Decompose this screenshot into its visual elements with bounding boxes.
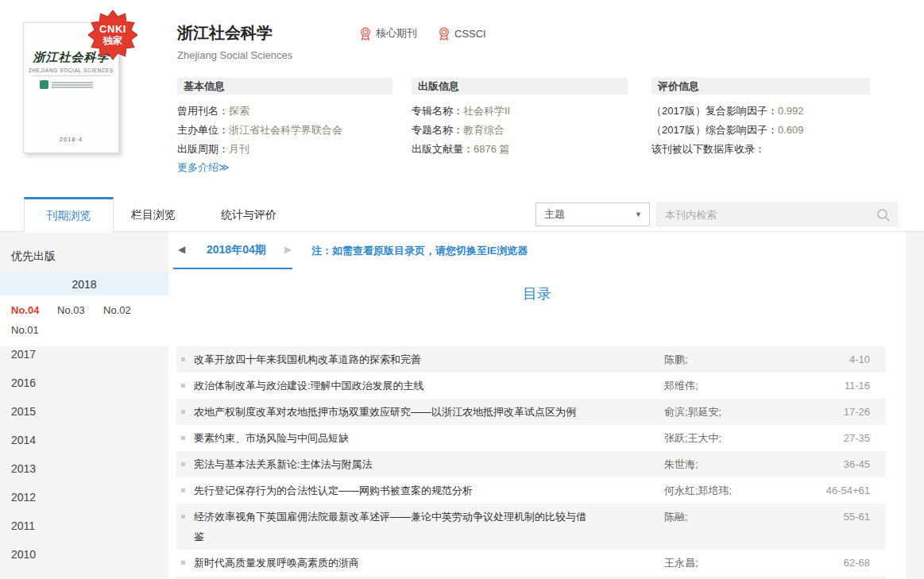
article-pages: 11-16 <box>803 376 870 396</box>
article-title-link[interactable]: 新时代高质量发展呼唤高素质的浙商 <box>194 553 591 573</box>
year-2011[interactable]: 2011 <box>0 511 168 540</box>
year-2009[interactable]: 2009 <box>0 569 168 579</box>
year-2010[interactable]: 2010 <box>0 540 168 569</box>
frequency-row: 出版周期：月刊 <box>177 140 392 159</box>
article-title-link[interactable]: 改革开放四十年来我国机构改革道路的探索和完善 <box>194 349 591 369</box>
article-title-link[interactable]: 经济效率视角下英国雇佣法院最新改革述评——兼论中英劳动争议处理机制的比较与借鉴 <box>194 507 591 546</box>
tab-issue-browse[interactable]: 刊期浏览 <box>24 197 114 233</box>
tab-column-browse[interactable]: 栏目浏览 <box>131 197 176 232</box>
article-pages: 46-54+61 <box>803 481 870 500</box>
journal-subtitle: Zhejiang Social Sciences <box>177 49 292 61</box>
article-authors[interactable]: 何永红;郑培玮; <box>664 481 803 500</box>
next-issue-arrow-icon[interactable]: ▶ <box>284 244 292 255</box>
core-journal-label: 核心期刊 <box>376 26 417 41</box>
priority-publish-link[interactable]: 优先出版 <box>11 249 56 264</box>
year-2017[interactable]: 2017 <box>0 340 168 369</box>
issue-toc-panel: ◀ 2018年04期 ▶ 注：如需查看原版目录页，请您切换至IE浏览器 目录 改… <box>168 232 906 579</box>
article-row: 要素约束、市场风险与中间品短缺 张跃;王大中; 27-35 <box>176 425 886 451</box>
article-row: 先行登记保存行为的合法性认定——网购书被查案的规范分析 何永红;郑培玮; 46-… <box>176 477 886 504</box>
article-title-link[interactable]: 农地产权制度改革对农地抵押市场双重效应研究——以浙江农地抵押改革试点区为例 <box>194 402 591 422</box>
year-2015[interactable]: 2015 <box>0 397 168 426</box>
cover-english-title: ZHEJIANG SOCIAL SCIENCES <box>24 68 118 73</box>
content-area: 优先出版 2018 No.04 No.03 No.02 No.01 2017 2… <box>0 232 924 579</box>
year-2012[interactable]: 2012 <box>0 483 168 511</box>
bullet-icon <box>181 462 185 466</box>
cnki-exclusive-badge: CNKI 独家 <box>88 10 137 60</box>
article-row: 新时代高质量发展呼唤高素质的浙商 王永昌; 62-68 <box>176 550 886 576</box>
toc-heading: 目录 <box>168 284 906 303</box>
year-2013[interactable]: 2013 <box>0 454 168 483</box>
search-icon[interactable] <box>876 208 891 222</box>
article-row-partial <box>176 576 886 579</box>
publisher-logo-icon <box>40 80 48 89</box>
current-year-issue-box: 2018 No.04 No.03 No.02 No.01 <box>0 273 168 346</box>
tab-statistics-evaluation[interactable]: 统计与评价 <box>221 197 276 232</box>
core-journal-badge: 核心期刊 <box>359 26 417 41</box>
cnki-journal-page: 浙江社会科学 ZHEJIANG SOCIAL SCIENCES 2018·4 C… <box>0 0 924 579</box>
cover-emblem <box>40 80 118 89</box>
article-row: 农地产权制度改革对农地抵押市场双重效应研究——以浙江农地抵押改革试点区为例 俞滨… <box>176 399 886 425</box>
journal-honor-badges: 核心期刊 CSSCI <box>359 26 507 41</box>
basic-info-heading: 基本信息 <box>177 78 392 95</box>
article-title-link[interactable]: 政治体制改革与政治建设:理解中国政治发展的主线 <box>194 376 591 396</box>
issue-no02[interactable]: No.02 <box>103 300 149 320</box>
basic-info-column: 基本信息 曾用刊名：探索 主办单位：浙江省社会科学界联合会 出版周期：月刊 更多… <box>177 78 392 175</box>
cover-issue-number: 2018·4 <box>24 136 118 143</box>
article-list: 改革开放四十年来我国机构改革道路的探索和完善 陈鹏; 4-10 政治体制改革与政… <box>176 346 886 579</box>
article-title-link[interactable]: 宪法与基本法关系新论:主体法与附属法 <box>194 454 591 474</box>
topic-row: 专题名称：教育综合 <box>412 121 628 140</box>
article-authors[interactable]: 王永昌; <box>664 553 803 573</box>
year-2014[interactable]: 2014 <box>0 426 168 454</box>
evaluation-info-heading: 评价信息 <box>651 78 870 95</box>
bullet-icon <box>181 384 185 388</box>
bullet-icon <box>181 488 185 492</box>
cover-imprint-lines <box>52 81 93 89</box>
medal-icon <box>438 27 450 41</box>
issue-active-underline <box>173 268 292 269</box>
article-title-link[interactable]: 要素约束、市场风险与中间品短缺 <box>194 428 591 448</box>
cssci-label: CSSCI <box>454 28 486 40</box>
article-authors[interactable]: 郑维伟; <box>664 376 803 396</box>
article-authors[interactable]: 陈鹏; <box>664 349 803 369</box>
badge-text: CNKI 独家 <box>88 10 137 60</box>
article-authors[interactable]: 陈融; <box>664 507 803 527</box>
year-group-2018[interactable]: 2018 <box>0 273 168 295</box>
year-2016[interactable]: 2016 <box>0 369 168 397</box>
chevron-down-icon: ▼ <box>635 203 642 226</box>
article-authors[interactable]: 俞滨;郭延安; <box>664 402 803 422</box>
publish-info-column: 出版信息 专辑名称：社会科学II 专题名称：教育综合 出版文献量：6876 篇 <box>412 78 628 159</box>
bullet-icon <box>181 357 185 361</box>
issue-no01[interactable]: No.01 <box>11 320 57 340</box>
article-title-link[interactable]: 先行登记保存行为的合法性认定——网购书被查案的规范分析 <box>194 481 591 500</box>
journal-search-input[interactable] <box>657 203 856 226</box>
prev-issue-arrow-icon[interactable]: ◀ <box>178 244 185 255</box>
article-pages: 62-68 <box>803 553 870 573</box>
year-list: 2017 2016 2015 2014 2013 2012 2011 2010 … <box>0 340 168 579</box>
article-pages: 55-61 <box>803 507 870 527</box>
article-pages: 17-26 <box>803 402 870 422</box>
article-row: 宪法与基本法关系新论:主体法与附属法 朱世海; 36-45 <box>176 451 886 477</box>
bullet-icon <box>181 410 185 414</box>
article-row: 改革开放四十年来我国机构改革道路的探索和完善 陈鹏; 4-10 <box>176 346 886 372</box>
bullet-icon <box>181 515 185 519</box>
comprehensive-impact-row: （2017版）综合影响因子：0.609 <box>651 121 870 140</box>
bullet-icon <box>181 561 185 565</box>
article-count-row: 出版文献量：6876 篇 <box>412 140 628 159</box>
more-intro-link[interactable]: 更多介绍≫ <box>177 160 230 175</box>
composite-impact-row: （2017版）复合影响因子：0.992 <box>651 102 870 121</box>
article-authors[interactable]: 张跃;王大中; <box>664 428 803 448</box>
article-row: 经济效率视角下英国雇佣法院最新改革述评——兼论中英劳动争议处理机制的比较与借鉴 … <box>176 504 886 550</box>
tab-bar: 刊期浏览 栏目浏览 统计与评价 主题 ▼ <box>0 197 924 232</box>
issue-no03[interactable]: No.03 <box>57 300 103 320</box>
article-pages: 27-35 <box>803 428 870 448</box>
current-issue-label[interactable]: 2018年04期 <box>207 243 266 257</box>
ie-browser-note: 注：如需查看原版目录页，请您切换至IE浏览器 <box>311 244 528 258</box>
article-authors[interactable]: 朱世海; <box>664 454 803 474</box>
indexed-by-row: 该刊被以下数据库收录： <box>651 140 870 159</box>
issue-no04[interactable]: No.04 <box>11 300 57 320</box>
issue-navigation: ◀ 2018年04期 ▶ 注：如需查看原版目录页，请您切换至IE浏览器 <box>168 232 906 270</box>
medal-icon <box>359 27 372 41</box>
search-field-select[interactable]: 主题 ▼ <box>535 203 650 226</box>
bullet-icon <box>181 436 185 440</box>
cssci-badge: CSSCI <box>438 27 486 41</box>
